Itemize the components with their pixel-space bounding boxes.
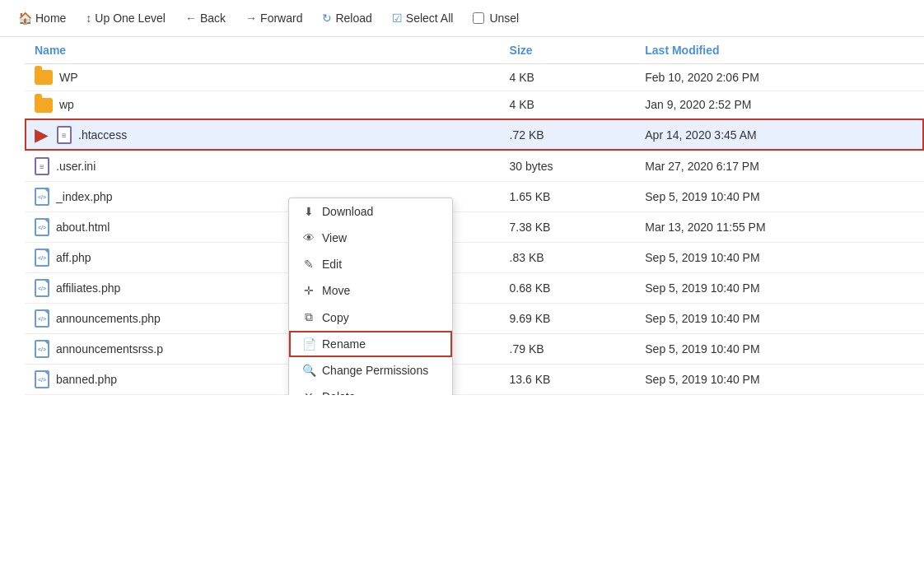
file-icon bbox=[35, 97, 53, 112]
last-modified-column-header[interactable]: Last Modified bbox=[635, 37, 924, 64]
size-cell: 7.38 KB bbox=[500, 211, 636, 242]
change_permissions-icon: 🔍 bbox=[302, 364, 315, 377]
file-name: banned.php bbox=[56, 373, 117, 386]
file-name: .htaccess bbox=[78, 128, 127, 142]
row-arrow-indicator: ▶ bbox=[35, 125, 47, 145]
table-row[interactable]: banned.php13.6 KBSep 5, 2019 10:40 PM bbox=[25, 364, 924, 394]
file-name: wp bbox=[59, 98, 74, 111]
reload-button[interactable]: ↻ Reload bbox=[314, 7, 380, 30]
back-button[interactable]: ← Back bbox=[177, 7, 234, 30]
table-row[interactable]: WP4 KBFeb 10, 2020 2:06 PM bbox=[25, 64, 924, 91]
file-icon bbox=[35, 279, 49, 297]
modified-cell: Sep 5, 2019 10:40 PM bbox=[635, 364, 924, 394]
file-name: about.html bbox=[56, 221, 110, 234]
name-column-header[interactable]: Name bbox=[25, 37, 500, 64]
file-name: _index.php bbox=[56, 190, 113, 203]
name-cell-inner: wp bbox=[35, 97, 490, 112]
code-icon bbox=[35, 370, 49, 388]
code-icon bbox=[35, 218, 49, 236]
context-menu-item-delete[interactable]: ✕Delete bbox=[289, 383, 452, 395]
context-menu-item-change_permissions[interactable]: 🔍Change Permissions bbox=[289, 357, 452, 383]
file-icon bbox=[35, 218, 49, 236]
back-icon: ← bbox=[185, 12, 197, 25]
size-cell: 4 KB bbox=[500, 91, 636, 119]
file-table: Name Size Last Modified WP4 KBFeb 10, 20… bbox=[25, 37, 924, 395]
reload-label: Reload bbox=[335, 12, 371, 25]
file-icon bbox=[35, 309, 49, 328]
name-cell: ▶.htaccess bbox=[25, 119, 500, 151]
copy-icon: ⧉ bbox=[302, 310, 315, 324]
unsel-checkbox[interactable]: Unsel bbox=[464, 7, 527, 30]
name-cell: wp bbox=[25, 91, 500, 119]
edit-label: Edit bbox=[322, 258, 342, 271]
file-icon bbox=[35, 249, 49, 267]
name-cell-inner: ▶.htaccess bbox=[35, 125, 490, 145]
file-icon bbox=[35, 70, 53, 85]
unsel-checkbox-input[interactable] bbox=[473, 12, 484, 24]
size-cell: .72 KB bbox=[500, 119, 636, 151]
file-name: aff.php bbox=[56, 251, 91, 264]
table-row[interactable]: aff.php.83 KBSep 5, 2019 10:40 PM bbox=[25, 242, 924, 272]
modified-cell: Sep 5, 2019 10:40 PM bbox=[635, 181, 924, 211]
code-icon bbox=[35, 309, 49, 328]
size-cell: 1.65 KB bbox=[500, 181, 636, 211]
code-icon bbox=[35, 188, 49, 206]
file-table-body: WP4 KBFeb 10, 2020 2:06 PMwp4 KBJan 9, 2… bbox=[25, 64, 924, 395]
modified-cell: Apr 14, 2020 3:45 AM bbox=[635, 119, 924, 151]
name-cell: .user.ini bbox=[25, 151, 500, 181]
context-menu-item-rename[interactable]: 📄Rename bbox=[289, 331, 452, 357]
context-menu-item-edit[interactable]: ✎Edit bbox=[289, 251, 452, 277]
context-menu: ⬇Download👁View✎Edit✛Move⧉Copy📄Rename🔍Cha… bbox=[288, 198, 453, 395]
file-icon bbox=[35, 188, 49, 206]
size-cell: 9.69 KB bbox=[500, 303, 636, 333]
toolbar: 🏠 Home ↕ Up One Level ← Back → Forward ↻… bbox=[0, 0, 924, 37]
size-cell: .79 KB bbox=[500, 333, 636, 364]
back-label: Back bbox=[200, 12, 226, 25]
home-label: Home bbox=[35, 12, 66, 25]
size-cell: 30 bytes bbox=[500, 151, 636, 181]
context-menu-item-download[interactable]: ⬇Download bbox=[289, 198, 452, 225]
table-row[interactable]: _index.php1.65 KBSep 5, 2019 10:40 PM bbox=[25, 181, 924, 211]
context-menu-item-move[interactable]: ✛Move bbox=[289, 277, 452, 304]
delete-label: Delete bbox=[322, 390, 355, 395]
modified-cell: Feb 10, 2020 2:06 PM bbox=[635, 64, 924, 91]
size-cell: .83 KB bbox=[500, 242, 636, 272]
file-icon bbox=[35, 370, 49, 388]
delete-icon: ✕ bbox=[302, 390, 315, 395]
move-icon: ✛ bbox=[302, 284, 315, 297]
table-row[interactable]: affiliates.php0.68 KBSep 5, 2019 10:40 P… bbox=[25, 272, 924, 303]
context-menu-item-view[interactable]: 👁View bbox=[289, 225, 452, 251]
context-menu-item-copy[interactable]: ⧉Copy bbox=[289, 304, 452, 331]
table-row[interactable]: ▶.htaccess.72 KBApr 14, 2020 3:45 AM bbox=[25, 119, 924, 151]
select-all-icon: ☑ bbox=[392, 12, 403, 25]
download-icon: ⬇ bbox=[302, 205, 315, 218]
table-row[interactable]: .user.ini30 bytesMar 27, 2020 6:17 PM bbox=[25, 151, 924, 181]
home-button[interactable]: 🏠 Home bbox=[10, 7, 74, 30]
size-cell: 0.68 KB bbox=[500, 272, 636, 303]
view-label: View bbox=[322, 231, 347, 244]
up-one-level-button[interactable]: ↕ Up One Level bbox=[77, 7, 174, 30]
table-row[interactable]: wp4 KBJan 9, 2020 2:52 PM bbox=[25, 91, 924, 119]
view-icon: 👁 bbox=[302, 231, 315, 244]
edit-icon: ✎ bbox=[302, 258, 315, 271]
select-all-label: Select All bbox=[406, 12, 454, 25]
config-icon bbox=[57, 126, 72, 144]
change_permissions-label: Change Permissions bbox=[322, 364, 428, 377]
move-label: Move bbox=[322, 284, 350, 297]
size-column-header[interactable]: Size bbox=[500, 37, 636, 64]
download-label: Download bbox=[322, 205, 373, 218]
table-row[interactable]: announcements.php9.69 KBSep 5, 2019 10:4… bbox=[25, 303, 924, 333]
table-row[interactable]: about.html7.38 KBMar 13, 2020 11:55 PM bbox=[25, 211, 924, 242]
name-cell: WP bbox=[25, 64, 500, 91]
modified-cell: Mar 27, 2020 6:17 PM bbox=[635, 151, 924, 181]
forward-button[interactable]: → Forward bbox=[237, 7, 310, 30]
modified-cell: Mar 13, 2020 11:55 PM bbox=[635, 211, 924, 242]
modified-cell: Sep 5, 2019 10:40 PM bbox=[635, 272, 924, 303]
file-name: announcements.php bbox=[56, 312, 161, 325]
up-icon: ↕ bbox=[86, 12, 91, 25]
select-all-button[interactable]: ☑ Select All bbox=[384, 7, 462, 30]
modified-cell: Sep 5, 2019 10:40 PM bbox=[635, 333, 924, 364]
table-row[interactable]: announcementsrss.p.79 KBSep 5, 2019 10:4… bbox=[25, 333, 924, 364]
copy-label: Copy bbox=[322, 311, 349, 324]
code-icon bbox=[35, 279, 49, 297]
